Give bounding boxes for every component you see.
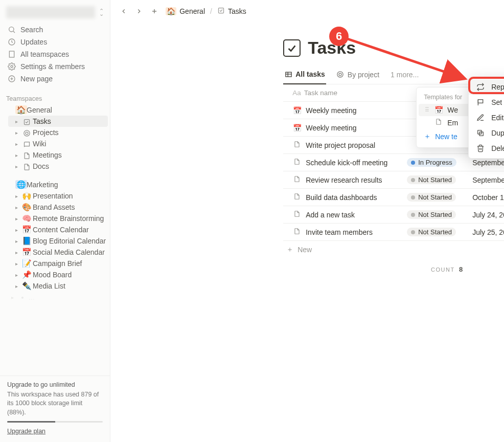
forward-button[interactable] [133, 5, 145, 17]
sidebar-item-tasks[interactable]: ▸ Tasks [8, 116, 108, 127]
sidebar-item-label: Campaign Brief [33, 259, 106, 268]
tab-all-label: All tasks [295, 70, 325, 78]
page-icon [292, 210, 302, 219]
sidebar-item-meetings[interactable]: ▸ Meetings [8, 149, 108, 161]
task-name: Review research results [306, 176, 382, 184]
chevron-right-icon[interactable]: ▸ [12, 150, 20, 160]
sidebar-item-remote-brainstorming[interactable]: ▸ 🧠 Remote Brainstorming [8, 213, 108, 224]
expand-icon[interactable]: ⌃⌄ [99, 9, 104, 15]
svg-rect-12 [24, 119, 29, 124]
tab-all-tasks[interactable]: All tasks [283, 65, 326, 84]
task-name: Build data dashboards [306, 193, 377, 202]
table-row[interactable]: Build data dashboards Not Started Octobe… [283, 189, 504, 206]
chevron-right-icon[interactable]: ▸ [12, 259, 20, 268]
all-teamspaces-button[interactable]: All teamspaces [2, 48, 108, 60]
drag-handle-icon[interactable]: ⠿ [424, 106, 430, 114]
status-badge[interactable]: In Progress [407, 158, 456, 167]
chevron-right-icon[interactable]: ▸ [12, 128, 20, 137]
chevron-right-icon[interactable]: ▸ [12, 225, 20, 234]
menu-edit-label: Edit [491, 114, 503, 122]
docs-label: Docs [33, 162, 106, 170]
sidebar-item-docs[interactable]: ▸ Docs [8, 161, 108, 172]
annotation-step-badge: 6 [329, 27, 349, 46]
target-icon [336, 71, 345, 79]
wiki-label: Wiki [33, 140, 106, 148]
page-emoji-icon: 🎨 [21, 203, 32, 212]
table-row[interactable]: Review research results Not Started Sept… [283, 171, 504, 189]
tab-more[interactable]: 1 more... [390, 65, 420, 84]
chevron-right-icon[interactable]: ▸ [12, 270, 20, 279]
status-badge[interactable]: Not Started [407, 175, 456, 184]
sidebar-item-wiki[interactable]: ▸ Wiki [8, 138, 108, 149]
sidebar-item-blog-editorial-calendar[interactable]: ▸ 📘 Blog Editorial Calendar [8, 235, 108, 247]
breadcrumb-tasks[interactable]: Tasks [215, 6, 248, 17]
sidebar-item-cutoff: ▸•... [2, 292, 108, 303]
search-label: Search [20, 26, 43, 34]
sidebar-item-campaign-brief[interactable]: ▸ 📝 Campaign Brief [8, 258, 108, 269]
updates-button[interactable]: Updates [2, 36, 108, 48]
chevron-right-icon[interactable]: ▸ [12, 236, 20, 246]
status-badge[interactable]: Not Started [407, 210, 456, 219]
count-label: COUNT [431, 267, 454, 273]
svg-rect-28 [478, 100, 483, 103]
chevron-right-icon[interactable]: ▸ [12, 214, 20, 223]
menu-set-default[interactable]: Set as default [469, 95, 504, 110]
menu-set-default-label: Set as default [491, 98, 504, 106]
chevron-right-icon[interactable]: ▸ [12, 162, 20, 171]
plus-icon: ＋ [424, 132, 431, 141]
sidebar-item-label: Presentation [33, 192, 106, 200]
due-date: July 24, 2023 [472, 211, 504, 219]
tab-by-project[interactable]: By project [335, 65, 380, 84]
sidebar-item-mood-board[interactable]: ▸ 📌 Mood Board [8, 269, 108, 280]
menu-delete[interactable]: Delete [469, 141, 504, 156]
page-icon [434, 118, 443, 127]
template-label: We [447, 106, 458, 114]
svg-rect-17 [218, 8, 223, 13]
workspace-name-redacted [6, 6, 95, 18]
home-icon: 🏠 [15, 105, 26, 115]
teamspace-marketing[interactable]: 🌐 Marketing [2, 179, 108, 190]
menu-edit[interactable]: Edit [469, 110, 504, 125]
page-emoji-icon: 🧠 [21, 214, 32, 223]
svg-line-1 [13, 31, 15, 33]
chevron-right-icon[interactable]: ▸ [12, 281, 20, 291]
sidebar-item-social-media-calendar[interactable]: ▸ 📅 Social Media Calendar [8, 247, 108, 258]
add-row-button[interactable]: ＋ New [283, 241, 504, 258]
chevron-icon[interactable] [6, 180, 14, 189]
menu-repeat[interactable]: Repeat Off [469, 79, 504, 95]
sidebar-item-media-list[interactable]: ▸ ✒️ Media List [8, 280, 108, 292]
teamspaces-heading: Teamspaces [0, 94, 110, 104]
settings-label: Settings & members [20, 62, 85, 71]
sidebar-item-presentation[interactable]: ▸ 🙌 Presentation [8, 190, 108, 202]
breadcrumb-general[interactable]: 🏠 General [164, 6, 207, 16]
teamspace-general[interactable]: 🏠 General [2, 104, 108, 116]
chevron-right-icon[interactable]: ▸ [12, 191, 20, 201]
column-task-name[interactable]: Aa Task name [283, 89, 407, 97]
chevron-icon[interactable] [6, 105, 14, 115]
checkbox-icon [217, 7, 225, 16]
table-row[interactable]: Invite team members Not Started July 25,… [283, 224, 504, 241]
table-row[interactable]: Add a new task Not Started July 24, 2023… [283, 206, 504, 224]
workspace-switcher[interactable]: ⌃⌄ [0, 0, 110, 23]
page-icon [292, 158, 302, 167]
status-badge[interactable]: Not Started [407, 228, 456, 236]
svg-point-8 [11, 65, 13, 68]
chevron-right-icon[interactable]: ▸ [12, 117, 20, 126]
page-icon-checkbox[interactable] [283, 39, 301, 57]
chevron-right-icon[interactable]: ▸ [12, 203, 20, 212]
new-page-button[interactable]: New page [2, 73, 108, 85]
svg-point-14 [26, 132, 28, 135]
settings-button[interactable]: Settings & members [2, 60, 108, 73]
chevron-right-icon[interactable]: ▸ [12, 248, 20, 257]
search-button[interactable]: Search [2, 24, 108, 36]
repeat-icon [476, 82, 485, 92]
chevron-right-icon[interactable]: ▸ [12, 139, 20, 148]
upgrade-plan-link[interactable]: Upgrade plan [7, 428, 45, 435]
menu-duplicate[interactable]: Duplicate [469, 125, 504, 141]
sidebar-item-content-calendar[interactable]: ▸ 📅 Content Calendar [8, 224, 108, 235]
status-badge[interactable]: Not Started [407, 193, 456, 202]
back-button[interactable] [118, 5, 130, 17]
new-tab-button[interactable] [148, 5, 161, 17]
sidebar-item-projects[interactable]: ▸ Projects [8, 127, 108, 138]
sidebar-item-brand-assets[interactable]: ▸ 🎨 Brand Assets [8, 202, 108, 213]
